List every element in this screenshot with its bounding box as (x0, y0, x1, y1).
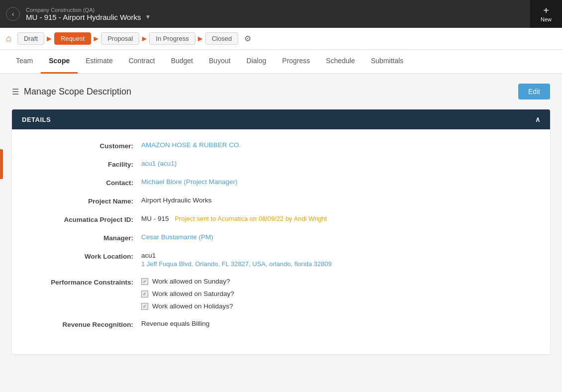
customer-value: AMAZON HOSE & RUBBER CO. (141, 141, 530, 149)
contact-label: Contact: (32, 178, 141, 187)
status-draft[interactable]: Draft (17, 32, 44, 45)
details-section: DETAILS ∧ Customer: AMAZON HOSE & RUBBER… (12, 109, 550, 354)
status-bar: ⌂ Draft ► Request ► Proposal ► In Progre… (0, 28, 562, 50)
tab-progress[interactable]: Progress (274, 50, 318, 74)
page-title-row: ☰ Manage Scope Description Edit (12, 84, 550, 99)
back-icon: ‹ (12, 10, 14, 18)
project-name-row: Project Name: Airport Hydraulic Works (32, 196, 530, 205)
contact-value: Michael Blore (Project Manager) (141, 178, 530, 186)
acumatica-id-value: MU - 915 Project sent to Acumatica on 08… (141, 215, 530, 222)
customer-label: Customer: (32, 141, 141, 150)
status-closed[interactable]: Closed (205, 32, 238, 45)
contact-link[interactable]: Michael Blore (Project Manager) (141, 178, 238, 186)
edit-button[interactable]: Edit (518, 84, 550, 99)
contact-row: Contact: Michael Blore (Project Manager) (32, 178, 530, 187)
top-bar: ‹ Company Construction (QA) MU - 915 - A… (0, 0, 562, 28)
constraints-value: Work allowed on Sunday? Work allowed on … (141, 278, 530, 310)
tab-buyout[interactable]: Buyout (201, 50, 239, 74)
constraint-sunday: Work allowed on Sunday? (141, 278, 530, 285)
constraint-sunday-label: Work allowed on Sunday? (152, 278, 230, 285)
details-label: DETAILS (22, 116, 51, 123)
hamburger-icon[interactable]: ☰ (12, 87, 19, 97)
constraint-saturday: Work allowed on Saturday? (141, 290, 530, 297)
checkbox-sunday-icon[interactable] (141, 278, 148, 285)
tab-budget[interactable]: Budget (163, 50, 201, 74)
revenue-label: Revenue Recognition: (32, 320, 141, 328)
checkbox-saturday-icon[interactable] (141, 291, 148, 297)
project-selector: Company Construction (QA) MU - 915 - Air… (26, 7, 540, 21)
revenue-value: Revenue equals Billing (141, 320, 530, 327)
status-in-progress[interactable]: In Progress (149, 32, 195, 45)
status-arrow-4: ► (196, 34, 204, 43)
tab-submittals[interactable]: Submittals (363, 50, 411, 74)
project-title: MU - 915 - Airport Hydraulic Works (26, 13, 141, 21)
page-title: ☰ Manage Scope Description (12, 87, 131, 97)
manager-label: Manager: (32, 233, 141, 242)
work-location-row: Work Location: acu1 1 Jeff Fuqua Blvd, O… (32, 252, 530, 268)
constraint-holidays-label: Work allowed on Holidays? (152, 302, 233, 310)
constraints-row: Performance Constraints: Work allowed on… (32, 278, 530, 310)
customer-row: Customer: AMAZON HOSE & RUBBER CO. (32, 141, 530, 150)
manager-link[interactable]: Cesar Bustamante (PM) (141, 233, 213, 241)
status-request[interactable]: Request (54, 32, 91, 45)
customer-link[interactable]: AMAZON HOSE & RUBBER CO. (141, 141, 241, 149)
checkbox-holidays-icon[interactable] (141, 303, 148, 310)
work-location-value: acu1 1 Jeff Fuqua Blvd, Orlando, FL 3282… (141, 252, 530, 268)
tab-scope[interactable]: Scope (41, 50, 78, 74)
acumatica-id-text: MU - 915 (141, 215, 169, 222)
work-location-name: acu1 (141, 252, 156, 259)
settings-gear-icon[interactable]: ⚙ (244, 34, 251, 43)
home-icon[interactable]: ⌂ (6, 33, 11, 44)
collapse-chevron-icon: ∧ (535, 115, 541, 123)
constraints-label: Performance Constraints: (32, 278, 141, 286)
new-button[interactable]: + New (530, 0, 562, 28)
acumatica-id-row: Acumatica Project ID: MU - 915 Project s… (32, 215, 530, 223)
company-name: Company Construction (QA) (26, 7, 540, 13)
tab-schedule[interactable]: Schedule (318, 50, 363, 74)
revenue-row: Revenue Recognition: Revenue equals Bill… (32, 320, 530, 328)
constraint-holidays: Work allowed on Holidays? (141, 302, 530, 310)
manager-value: Cesar Bustamante (PM) (141, 233, 530, 241)
new-label: New (541, 16, 552, 22)
status-arrow-3: ► (140, 34, 148, 43)
main-content: ☰ Manage Scope Description Edit DETAILS … (0, 74, 562, 392)
back-button[interactable]: ‹ (6, 7, 20, 21)
plus-icon: + (543, 5, 549, 15)
project-name-label: Project Name: (32, 196, 141, 205)
nav-tabs: Team Scope Estimate Contract Budget Buyo… (0, 50, 562, 74)
dropdown-icon[interactable]: ▼ (145, 13, 151, 20)
status-arrow-1: ► (45, 34, 53, 43)
tab-contract[interactable]: Contract (121, 50, 163, 74)
status-arrow-2: ► (92, 34, 100, 43)
tab-team[interactable]: Team (8, 50, 41, 74)
project-name-value: Airport Hydraulic Works (141, 196, 530, 204)
facility-row: Facility: acu1 (acu1) (32, 160, 530, 168)
constraints-list: Work allowed on Sunday? Work allowed on … (141, 278, 530, 310)
acumatica-id-label: Acumatica Project ID: (32, 215, 141, 223)
work-location-label: Work Location: (32, 252, 141, 260)
acumatica-note: Project sent to Acumatica on 08/09/22 by… (175, 215, 327, 222)
work-location-address[interactable]: 1 Jeff Fuqua Blvd, Orlando, FL 32827, US… (141, 260, 530, 268)
facility-value: acu1 (acu1) (141, 160, 530, 167)
tab-dialog[interactable]: Dialog (239, 50, 275, 74)
page-title-text: Manage Scope Description (24, 87, 131, 97)
facility-label: Facility: (32, 160, 141, 168)
facility-link[interactable]: acu1 (acu1) (141, 160, 177, 167)
details-body: Customer: AMAZON HOSE & RUBBER CO. Facil… (12, 129, 550, 354)
details-header[interactable]: DETAILS ∧ (12, 109, 550, 129)
constraint-saturday-label: Work allowed on Saturday? (152, 290, 234, 297)
tab-estimate[interactable]: Estimate (78, 50, 120, 74)
left-accent-bar (0, 149, 3, 179)
manager-row: Manager: Cesar Bustamante (PM) (32, 233, 530, 242)
status-proposal[interactable]: Proposal (101, 32, 139, 45)
